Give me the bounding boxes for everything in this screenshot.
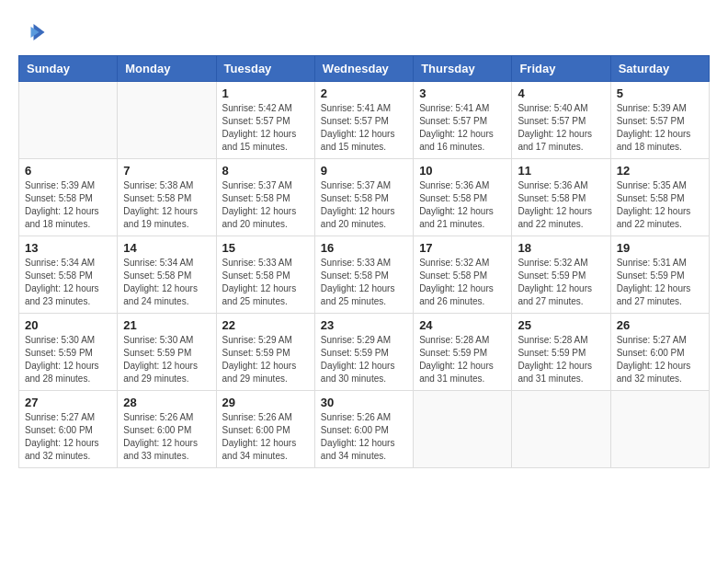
day-info: Sunrise: 5:33 AMSunset: 5:58 PMDaylight:… [222, 257, 309, 308]
weekday-header-wednesday: Wednesday [314, 56, 413, 82]
calendar-cell: 19Sunrise: 5:31 AMSunset: 5:59 PMDayligh… [610, 236, 709, 314]
calendar-cell [610, 391, 709, 468]
day-info: Sunrise: 5:34 AMSunset: 5:58 PMDaylight:… [25, 257, 111, 308]
day-info: Sunrise: 5:39 AMSunset: 5:58 PMDaylight:… [25, 179, 111, 231]
calendar-cell: 7Sunrise: 5:38 AMSunset: 5:58 PMDaylight… [118, 159, 216, 236]
day-info: Sunrise: 5:27 AMSunset: 6:00 PMDaylight:… [25, 411, 111, 463]
day-info: Sunrise: 5:27 AMSunset: 6:00 PMDaylight:… [617, 334, 703, 385]
day-number: 26 [617, 318, 703, 332]
calendar-cell: 27Sunrise: 5:27 AMSunset: 6:00 PMDayligh… [19, 391, 118, 468]
day-number: 24 [419, 318, 506, 332]
day-info: Sunrise: 5:42 AMSunset: 5:57 PMDaylight:… [222, 102, 309, 154]
calendar-cell [512, 391, 610, 468]
day-number: 9 [321, 164, 407, 178]
calendar-cell: 13Sunrise: 5:34 AMSunset: 5:58 PMDayligh… [19, 236, 118, 314]
day-number: 2 [321, 86, 407, 100]
day-number: 16 [321, 241, 407, 255]
day-number: 8 [222, 164, 309, 178]
weekday-header-row: SundayMondayTuesdayWednesdayThursdayFrid… [19, 56, 710, 82]
calendar-table: SundayMondayTuesdayWednesdayThursdayFrid… [18, 55, 710, 468]
day-info: Sunrise: 5:39 AMSunset: 5:57 PMDaylight:… [617, 102, 703, 154]
calendar-cell: 2Sunrise: 5:41 AMSunset: 5:57 PMDaylight… [314, 82, 413, 159]
day-number: 7 [123, 164, 210, 178]
calendar-week-2: 6Sunrise: 5:39 AMSunset: 5:58 PMDaylight… [19, 159, 710, 236]
logo [18, 18, 50, 46]
day-number: 27 [25, 396, 111, 409]
day-number: 10 [419, 164, 506, 178]
calendar-cell: 28Sunrise: 5:26 AMSunset: 6:00 PMDayligh… [118, 391, 216, 468]
day-info: Sunrise: 5:30 AMSunset: 5:59 PMDaylight:… [123, 334, 210, 385]
day-info: Sunrise: 5:26 AMSunset: 6:00 PMDaylight:… [222, 411, 309, 463]
calendar-week-3: 13Sunrise: 5:34 AMSunset: 5:58 PMDayligh… [19, 236, 710, 314]
day-number: 25 [518, 318, 604, 332]
day-info: Sunrise: 5:28 AMSunset: 5:59 PMDaylight:… [518, 334, 604, 385]
day-number: 30 [321, 396, 407, 409]
day-number: 11 [518, 164, 604, 178]
day-number: 5 [617, 86, 703, 100]
calendar-cell: 10Sunrise: 5:36 AMSunset: 5:58 PMDayligh… [414, 159, 512, 236]
calendar-week-4: 20Sunrise: 5:30 AMSunset: 5:59 PMDayligh… [19, 314, 710, 391]
day-info: Sunrise: 5:38 AMSunset: 5:58 PMDaylight:… [123, 179, 210, 231]
day-number: 4 [518, 86, 604, 100]
day-info: Sunrise: 5:36 AMSunset: 5:58 PMDaylight:… [518, 179, 604, 231]
logo-icon [18, 18, 46, 46]
day-info: Sunrise: 5:36 AMSunset: 5:58 PMDaylight:… [419, 179, 506, 231]
calendar-cell: 30Sunrise: 5:26 AMSunset: 6:00 PMDayligh… [314, 391, 413, 468]
day-info: Sunrise: 5:31 AMSunset: 5:59 PMDaylight:… [617, 257, 703, 308]
calendar-cell: 5Sunrise: 5:39 AMSunset: 5:57 PMDaylight… [610, 82, 709, 159]
calendar-cell: 8Sunrise: 5:37 AMSunset: 5:58 PMDaylight… [216, 159, 314, 236]
calendar-cell: 23Sunrise: 5:29 AMSunset: 5:59 PMDayligh… [314, 314, 413, 391]
day-info: Sunrise: 5:32 AMSunset: 5:59 PMDaylight:… [518, 257, 604, 308]
weekday-header-thursday: Thursday [414, 56, 512, 82]
day-info: Sunrise: 5:35 AMSunset: 5:58 PMDaylight:… [617, 179, 703, 231]
day-number: 20 [25, 318, 111, 332]
day-info: Sunrise: 5:41 AMSunset: 5:57 PMDaylight:… [321, 102, 407, 154]
calendar-week-5: 27Sunrise: 5:27 AMSunset: 6:00 PMDayligh… [19, 391, 710, 468]
calendar-cell: 21Sunrise: 5:30 AMSunset: 5:59 PMDayligh… [118, 314, 216, 391]
calendar-week-1: 1Sunrise: 5:42 AMSunset: 5:57 PMDaylight… [19, 82, 710, 159]
calendar-cell: 25Sunrise: 5:28 AMSunset: 5:59 PMDayligh… [512, 314, 610, 391]
calendar-cell: 4Sunrise: 5:40 AMSunset: 5:57 PMDaylight… [512, 82, 610, 159]
day-info: Sunrise: 5:34 AMSunset: 5:58 PMDaylight:… [123, 257, 210, 308]
day-number: 3 [419, 86, 506, 100]
day-number: 18 [518, 241, 604, 255]
calendar-cell: 15Sunrise: 5:33 AMSunset: 5:58 PMDayligh… [216, 236, 314, 314]
day-number: 1 [222, 86, 309, 100]
day-number: 13 [25, 241, 111, 255]
weekday-header-friday: Friday [512, 56, 610, 82]
day-info: Sunrise: 5:29 AMSunset: 5:59 PMDaylight:… [321, 334, 407, 385]
calendar-cell: 18Sunrise: 5:32 AMSunset: 5:59 PMDayligh… [512, 236, 610, 314]
day-info: Sunrise: 5:37 AMSunset: 5:58 PMDaylight:… [321, 179, 407, 231]
day-info: Sunrise: 5:29 AMSunset: 5:59 PMDaylight:… [222, 334, 309, 385]
calendar-cell: 3Sunrise: 5:41 AMSunset: 5:57 PMDaylight… [414, 82, 512, 159]
day-number: 29 [222, 396, 309, 409]
day-info: Sunrise: 5:26 AMSunset: 6:00 PMDaylight:… [321, 411, 407, 463]
calendar-cell [414, 391, 512, 468]
day-number: 15 [222, 241, 309, 255]
weekday-header-saturday: Saturday [610, 56, 709, 82]
day-number: 6 [25, 164, 111, 178]
day-number: 23 [321, 318, 407, 332]
page-header [18, 18, 710, 46]
calendar-cell: 17Sunrise: 5:32 AMSunset: 5:58 PMDayligh… [414, 236, 512, 314]
day-number: 17 [419, 241, 506, 255]
day-info: Sunrise: 5:37 AMSunset: 5:58 PMDaylight:… [222, 179, 309, 231]
calendar-cell: 1Sunrise: 5:42 AMSunset: 5:57 PMDaylight… [216, 82, 314, 159]
calendar-cell: 12Sunrise: 5:35 AMSunset: 5:58 PMDayligh… [610, 159, 709, 236]
day-number: 21 [123, 318, 210, 332]
calendar-cell: 29Sunrise: 5:26 AMSunset: 6:00 PMDayligh… [216, 391, 314, 468]
weekday-header-sunday: Sunday [19, 56, 118, 82]
calendar-cell: 6Sunrise: 5:39 AMSunset: 5:58 PMDaylight… [19, 159, 118, 236]
day-info: Sunrise: 5:26 AMSunset: 6:00 PMDaylight:… [123, 411, 210, 463]
day-number: 12 [617, 164, 703, 178]
day-info: Sunrise: 5:33 AMSunset: 5:58 PMDaylight:… [321, 257, 407, 308]
day-info: Sunrise: 5:30 AMSunset: 5:59 PMDaylight:… [25, 334, 111, 385]
calendar-cell: 26Sunrise: 5:27 AMSunset: 6:00 PMDayligh… [610, 314, 709, 391]
day-info: Sunrise: 5:32 AMSunset: 5:58 PMDaylight:… [419, 257, 506, 308]
day-info: Sunrise: 5:28 AMSunset: 5:59 PMDaylight:… [419, 334, 506, 385]
day-number: 22 [222, 318, 309, 332]
day-number: 19 [617, 241, 703, 255]
calendar-cell: 22Sunrise: 5:29 AMSunset: 5:59 PMDayligh… [216, 314, 314, 391]
calendar-cell [118, 82, 216, 159]
weekday-header-tuesday: Tuesday [216, 56, 314, 82]
